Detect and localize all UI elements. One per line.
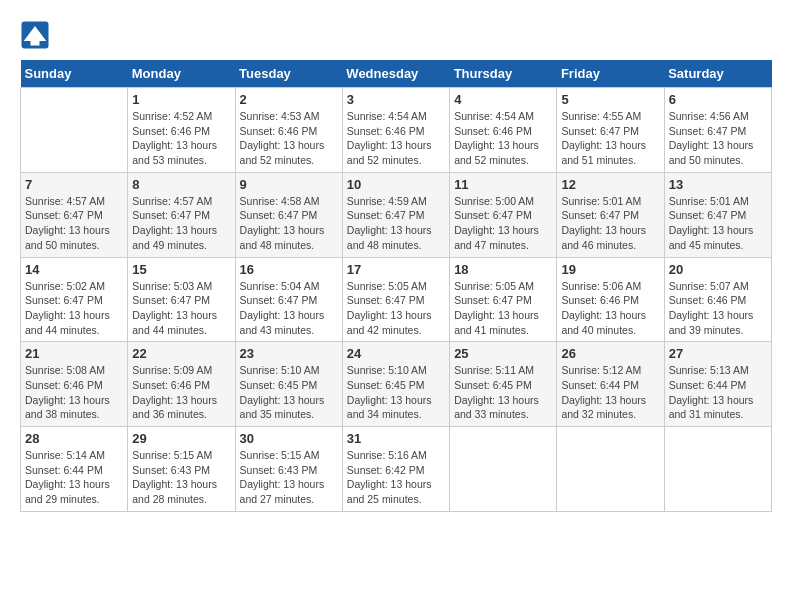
calendar-cell: 18Sunrise: 5:05 AM Sunset: 6:47 PM Dayli… (450, 257, 557, 342)
day-info: Sunrise: 5:05 AM Sunset: 6:47 PM Dayligh… (454, 279, 552, 338)
day-info: Sunrise: 5:01 AM Sunset: 6:47 PM Dayligh… (561, 194, 659, 253)
day-info: Sunrise: 4:57 AM Sunset: 6:47 PM Dayligh… (25, 194, 123, 253)
day-number: 12 (561, 177, 659, 192)
day-number: 29 (132, 431, 230, 446)
svg-rect-2 (31, 41, 40, 46)
day-info: Sunrise: 5:02 AM Sunset: 6:47 PM Dayligh… (25, 279, 123, 338)
calendar-cell: 26Sunrise: 5:12 AM Sunset: 6:44 PM Dayli… (557, 342, 664, 427)
day-info: Sunrise: 5:01 AM Sunset: 6:47 PM Dayligh… (669, 194, 767, 253)
calendar-cell: 24Sunrise: 5:10 AM Sunset: 6:45 PM Dayli… (342, 342, 449, 427)
calendar-cell: 7Sunrise: 4:57 AM Sunset: 6:47 PM Daylig… (21, 172, 128, 257)
day-info: Sunrise: 5:11 AM Sunset: 6:45 PM Dayligh… (454, 363, 552, 422)
day-number: 31 (347, 431, 445, 446)
day-info: Sunrise: 5:09 AM Sunset: 6:46 PM Dayligh… (132, 363, 230, 422)
calendar-cell: 20Sunrise: 5:07 AM Sunset: 6:46 PM Dayli… (664, 257, 771, 342)
calendar-week-row: 21Sunrise: 5:08 AM Sunset: 6:46 PM Dayli… (21, 342, 772, 427)
day-number: 20 (669, 262, 767, 277)
day-info: Sunrise: 5:10 AM Sunset: 6:45 PM Dayligh… (347, 363, 445, 422)
day-number: 23 (240, 346, 338, 361)
page-header (20, 20, 772, 50)
day-number: 1 (132, 92, 230, 107)
day-info: Sunrise: 5:10 AM Sunset: 6:45 PM Dayligh… (240, 363, 338, 422)
calendar-cell: 12Sunrise: 5:01 AM Sunset: 6:47 PM Dayli… (557, 172, 664, 257)
day-number: 17 (347, 262, 445, 277)
day-info: Sunrise: 5:13 AM Sunset: 6:44 PM Dayligh… (669, 363, 767, 422)
day-number: 30 (240, 431, 338, 446)
day-number: 13 (669, 177, 767, 192)
day-info: Sunrise: 5:15 AM Sunset: 6:43 PM Dayligh… (132, 448, 230, 507)
calendar-cell: 27Sunrise: 5:13 AM Sunset: 6:44 PM Dayli… (664, 342, 771, 427)
calendar-cell: 25Sunrise: 5:11 AM Sunset: 6:45 PM Dayli… (450, 342, 557, 427)
day-number: 28 (25, 431, 123, 446)
calendar-week-row: 7Sunrise: 4:57 AM Sunset: 6:47 PM Daylig… (21, 172, 772, 257)
logo (20, 20, 54, 50)
calendar-body: 1Sunrise: 4:52 AM Sunset: 6:46 PM Daylig… (21, 88, 772, 512)
calendar-cell (21, 88, 128, 173)
day-number: 8 (132, 177, 230, 192)
calendar-cell: 23Sunrise: 5:10 AM Sunset: 6:45 PM Dayli… (235, 342, 342, 427)
header-friday: Friday (557, 60, 664, 88)
calendar-cell: 2Sunrise: 4:53 AM Sunset: 6:46 PM Daylig… (235, 88, 342, 173)
day-info: Sunrise: 5:07 AM Sunset: 6:46 PM Dayligh… (669, 279, 767, 338)
header-monday: Monday (128, 60, 235, 88)
calendar-cell: 6Sunrise: 4:56 AM Sunset: 6:47 PM Daylig… (664, 88, 771, 173)
day-number: 6 (669, 92, 767, 107)
calendar-cell: 4Sunrise: 4:54 AM Sunset: 6:46 PM Daylig… (450, 88, 557, 173)
calendar-table: SundayMondayTuesdayWednesdayThursdayFrid… (20, 60, 772, 512)
day-number: 2 (240, 92, 338, 107)
calendar-cell: 14Sunrise: 5:02 AM Sunset: 6:47 PM Dayli… (21, 257, 128, 342)
calendar-cell: 29Sunrise: 5:15 AM Sunset: 6:43 PM Dayli… (128, 427, 235, 512)
day-number: 21 (25, 346, 123, 361)
day-info: Sunrise: 5:04 AM Sunset: 6:47 PM Dayligh… (240, 279, 338, 338)
calendar-cell: 19Sunrise: 5:06 AM Sunset: 6:46 PM Dayli… (557, 257, 664, 342)
day-info: Sunrise: 4:56 AM Sunset: 6:47 PM Dayligh… (669, 109, 767, 168)
day-number: 16 (240, 262, 338, 277)
logo-icon (20, 20, 50, 50)
day-info: Sunrise: 5:16 AM Sunset: 6:42 PM Dayligh… (347, 448, 445, 507)
day-info: Sunrise: 4:54 AM Sunset: 6:46 PM Dayligh… (347, 109, 445, 168)
calendar-week-row: 28Sunrise: 5:14 AM Sunset: 6:44 PM Dayli… (21, 427, 772, 512)
calendar-cell: 21Sunrise: 5:08 AM Sunset: 6:46 PM Dayli… (21, 342, 128, 427)
calendar-cell: 9Sunrise: 4:58 AM Sunset: 6:47 PM Daylig… (235, 172, 342, 257)
day-info: Sunrise: 5:12 AM Sunset: 6:44 PM Dayligh… (561, 363, 659, 422)
day-number: 24 (347, 346, 445, 361)
day-number: 11 (454, 177, 552, 192)
day-number: 3 (347, 92, 445, 107)
day-number: 26 (561, 346, 659, 361)
calendar-cell: 10Sunrise: 4:59 AM Sunset: 6:47 PM Dayli… (342, 172, 449, 257)
day-number: 22 (132, 346, 230, 361)
header-wednesday: Wednesday (342, 60, 449, 88)
day-number: 27 (669, 346, 767, 361)
day-info: Sunrise: 5:05 AM Sunset: 6:47 PM Dayligh… (347, 279, 445, 338)
day-number: 15 (132, 262, 230, 277)
calendar-header-row: SundayMondayTuesdayWednesdayThursdayFrid… (21, 60, 772, 88)
day-number: 7 (25, 177, 123, 192)
calendar-cell (450, 427, 557, 512)
day-info: Sunrise: 4:52 AM Sunset: 6:46 PM Dayligh… (132, 109, 230, 168)
day-info: Sunrise: 4:57 AM Sunset: 6:47 PM Dayligh… (132, 194, 230, 253)
day-info: Sunrise: 4:54 AM Sunset: 6:46 PM Dayligh… (454, 109, 552, 168)
header-sunday: Sunday (21, 60, 128, 88)
day-number: 4 (454, 92, 552, 107)
calendar-cell: 30Sunrise: 5:15 AM Sunset: 6:43 PM Dayli… (235, 427, 342, 512)
day-info: Sunrise: 5:08 AM Sunset: 6:46 PM Dayligh… (25, 363, 123, 422)
calendar-cell: 1Sunrise: 4:52 AM Sunset: 6:46 PM Daylig… (128, 88, 235, 173)
calendar-cell: 8Sunrise: 4:57 AM Sunset: 6:47 PM Daylig… (128, 172, 235, 257)
calendar-cell (664, 427, 771, 512)
day-info: Sunrise: 5:03 AM Sunset: 6:47 PM Dayligh… (132, 279, 230, 338)
calendar-week-row: 14Sunrise: 5:02 AM Sunset: 6:47 PM Dayli… (21, 257, 772, 342)
day-number: 25 (454, 346, 552, 361)
calendar-cell: 28Sunrise: 5:14 AM Sunset: 6:44 PM Dayli… (21, 427, 128, 512)
calendar-cell: 5Sunrise: 4:55 AM Sunset: 6:47 PM Daylig… (557, 88, 664, 173)
day-info: Sunrise: 5:15 AM Sunset: 6:43 PM Dayligh… (240, 448, 338, 507)
calendar-cell: 11Sunrise: 5:00 AM Sunset: 6:47 PM Dayli… (450, 172, 557, 257)
calendar-week-row: 1Sunrise: 4:52 AM Sunset: 6:46 PM Daylig… (21, 88, 772, 173)
day-number: 10 (347, 177, 445, 192)
day-info: Sunrise: 5:00 AM Sunset: 6:47 PM Dayligh… (454, 194, 552, 253)
day-number: 19 (561, 262, 659, 277)
day-info: Sunrise: 4:53 AM Sunset: 6:46 PM Dayligh… (240, 109, 338, 168)
header-tuesday: Tuesday (235, 60, 342, 88)
day-number: 14 (25, 262, 123, 277)
calendar-cell (557, 427, 664, 512)
day-number: 5 (561, 92, 659, 107)
